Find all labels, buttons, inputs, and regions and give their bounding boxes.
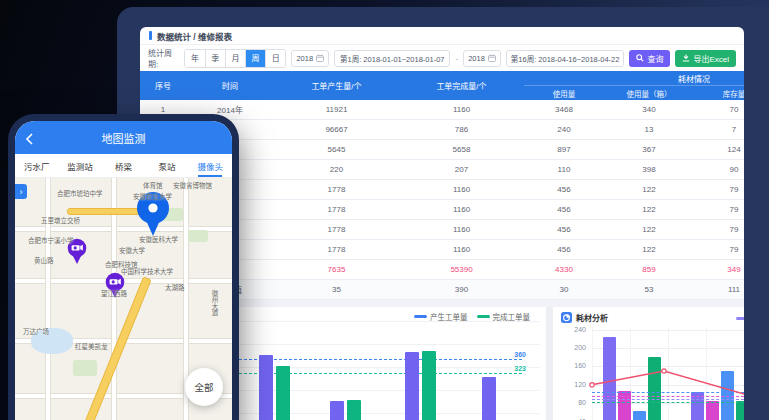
- column-header: 工单完成量/个: [399, 71, 524, 99]
- phone-tab-5[interactable]: 摄像头: [189, 154, 232, 177]
- right-reference-line: [592, 402, 744, 403]
- legend-item[interactable]: 完成工单量: [477, 311, 531, 322]
- cell: 349: [694, 265, 744, 274]
- search-icon: [636, 54, 644, 62]
- map-label: 安徽大学: [119, 245, 145, 255]
- map-park: [73, 360, 97, 376]
- period-option[interactable]: 季: [206, 50, 226, 67]
- map-label: 五里墩立交桥: [41, 215, 80, 225]
- cell: 79: [694, 225, 744, 234]
- end-week-input[interactable]: 第16周: 2018-04-16~2018-04-22: [506, 50, 625, 67]
- breadcrumb: 数据统计 / 维修报表: [157, 30, 232, 42]
- phone-tab-3[interactable]: 桥梁: [102, 154, 145, 177]
- cell: 4330: [524, 265, 604, 274]
- phone-tab-4[interactable]: 泵站: [145, 154, 188, 177]
- map-label: 万达广场: [23, 326, 49, 336]
- end-year-select[interactable]: 2018: [463, 50, 501, 67]
- right-chart-bar: [736, 401, 744, 420]
- table-header-main: 序号时间工单产生量/个工单完成量/个: [140, 71, 524, 100]
- table-row[interactable]: 12014年119211160346834070250: [140, 100, 744, 120]
- bar-completed: [347, 400, 361, 420]
- y-axis-tick: 160: [568, 362, 586, 369]
- map-label: 红星美凯龙: [75, 341, 108, 351]
- start-week-input[interactable]: 第1周: 2018-01-01~2018-01-07: [334, 50, 450, 67]
- cell: 240: [524, 125, 604, 134]
- cell: 1778: [274, 245, 399, 254]
- cell: 1778: [274, 185, 399, 194]
- screenshot-canvas: { "colors": { "primary_blue": "#2d7ff0",…: [0, 0, 769, 420]
- period-segmented-control[interactable]: 年季月周日: [184, 49, 286, 68]
- chevron-left-icon: [25, 133, 33, 145]
- phone-header: 地图监测: [15, 121, 232, 154]
- show-all-button[interactable]: 全部: [185, 368, 223, 406]
- period-option[interactable]: 周: [246, 50, 266, 67]
- phone-tab-1[interactable]: 污水厂: [15, 154, 58, 177]
- map-view[interactable]: › 全部 体育馆安徽省博物馆安徽农业大学合肥市琥珀中学五里墩立交桥合肥市宁溪小学…: [15, 178, 232, 420]
- cell: 1160: [399, 205, 524, 214]
- group-header: 耗材情况: [524, 71, 744, 86]
- back-button[interactable]: [25, 131, 33, 149]
- right-reference-line: [592, 396, 744, 397]
- legend-swatch: [414, 315, 427, 318]
- sub-column-header: 使用量（箱）: [604, 86, 694, 100]
- phone-page-title: 地图监测: [102, 130, 146, 146]
- cell: 1160: [399, 105, 524, 114]
- bar-completed: [422, 351, 436, 420]
- export-excel-button[interactable]: 导出Excel: [675, 50, 736, 67]
- y-axis-tick: 240: [568, 326, 586, 333]
- left-chart-legend: 产生工单量完成工单量: [380, 311, 530, 322]
- cell: 1778: [274, 225, 399, 234]
- period-option[interactable]: 日: [266, 50, 285, 67]
- map-park: [188, 230, 208, 242]
- cell: 79: [694, 185, 744, 194]
- cell: 30: [524, 285, 604, 294]
- cell: 122: [604, 225, 694, 234]
- cell: 1: [140, 105, 186, 114]
- phone-tab-2[interactable]: 监测站: [58, 154, 101, 177]
- map-label: 合肥市琥珀中学: [57, 188, 103, 198]
- map-expand-button[interactable]: ›: [15, 184, 27, 199]
- query-button[interactable]: 查询: [629, 50, 670, 67]
- cell: 35: [274, 285, 399, 294]
- sub-column-header: 使用量: [524, 86, 604, 100]
- cell: 456: [524, 225, 604, 234]
- period-option[interactable]: 年: [185, 50, 205, 67]
- map-label: 安徽农业大学: [133, 191, 172, 201]
- cell: 11921: [274, 105, 399, 114]
- table-header: 序号时间工单产生量/个工单完成量/个 耗材情况 使用量使用量（箱）库存量金额: [140, 71, 744, 100]
- cell: 398: [604, 165, 694, 174]
- phone-screen: 地图监测 污水厂监测站桥梁泵站摄像头 ›: [15, 121, 232, 420]
- cell: 124: [694, 145, 744, 154]
- cell: 1160: [399, 245, 524, 254]
- right-chart-bar: [603, 337, 616, 420]
- cell: 55390: [399, 265, 524, 274]
- map-label: 中国科学技术大学: [121, 266, 173, 276]
- cell: 7635: [274, 265, 399, 274]
- cell: 456: [524, 185, 604, 194]
- calendar-icon: [316, 54, 324, 62]
- right-reference-line: [592, 392, 744, 393]
- cell: 79: [694, 205, 744, 214]
- reference-line-label: 360: [512, 351, 526, 358]
- phone-tab-bar: 污水厂监测站桥梁泵站摄像头: [15, 154, 232, 178]
- legend-item[interactable]: 产生工单量: [414, 311, 468, 322]
- cell: 220: [274, 165, 399, 174]
- cell: 3468: [524, 105, 604, 114]
- y-axis-tick: 80: [568, 399, 586, 406]
- bar-generated: [330, 401, 344, 420]
- bar-generated: [482, 377, 496, 420]
- cell: 1160: [399, 225, 524, 234]
- bar-completed: [276, 366, 290, 420]
- right-chart-gridline: [592, 330, 744, 331]
- pie-chart-icon: [561, 312, 572, 323]
- legend-swatch: [477, 315, 490, 318]
- period-option[interactable]: 月: [226, 50, 246, 67]
- cell: 207: [399, 165, 524, 174]
- right-chart-legend-swatch: [736, 317, 744, 320]
- cell: 122: [604, 185, 694, 194]
- start-year-select[interactable]: 2018: [291, 50, 329, 67]
- bar-generated: [405, 352, 419, 420]
- cell: 367: [604, 145, 694, 154]
- cell: 1160: [399, 185, 524, 194]
- map-label: 安徽省博物馆: [173, 180, 212, 190]
